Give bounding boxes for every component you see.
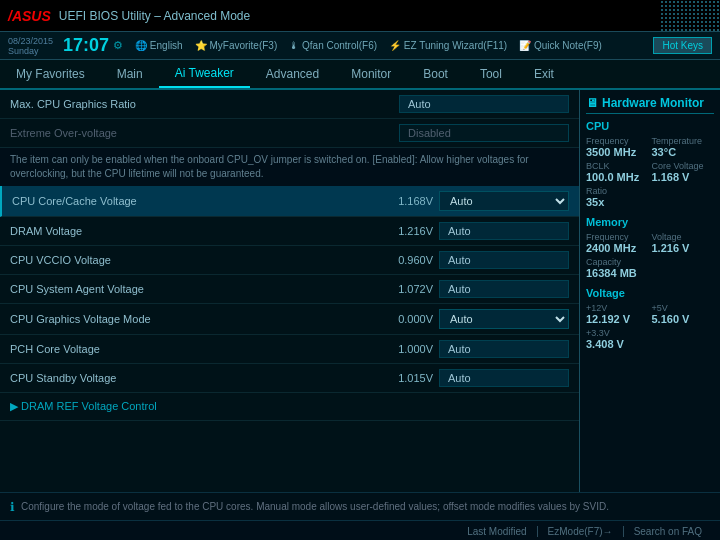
hw-memory-title: Memory: [586, 216, 714, 228]
label-cpu-system-agent-voltage: CPU System Agent Voltage: [10, 283, 378, 295]
row-dram-voltage: DRAM Voltage 1.216V Auto: [0, 217, 579, 246]
time-bar-items: 🌐 English ⭐ MyFavorite(F3) 🌡 Qfan Contro…: [135, 40, 653, 51]
row-cpu-standby-voltage: CPU Standby Voltage 1.015V Auto: [0, 364, 579, 393]
timebar-eztuning[interactable]: ⚡ EZ Tuning Wizard(F11): [389, 40, 507, 51]
status-search-faq[interactable]: Search on FAQ: [624, 526, 712, 537]
display-dram-voltage: Auto: [439, 222, 569, 240]
hw-cpu-ratio-value: 35x: [586, 196, 714, 208]
hw-cpu-bclk: BCLK 100.0 MHz: [586, 161, 649, 183]
hw-memory-grid: Frequency 2400 MHz Voltage 1.216 V: [586, 232, 714, 254]
row-dram-ref-voltage-control[interactable]: ▶ DRAM REF Voltage Control: [0, 393, 579, 421]
hw-panel-title-text: Hardware Monitor: [602, 96, 704, 110]
time-gear-icon[interactable]: ⚙: [113, 39, 123, 52]
hw-cpu-title: CPU: [586, 120, 714, 132]
hw-cpu-ratio: Ratio 35x: [586, 186, 714, 208]
hw-volt-5v-label: +5V: [652, 303, 715, 313]
hw-mem-freq-value: 2400 MHz: [586, 242, 649, 254]
hotkeys-button[interactable]: Hot Keys: [653, 37, 712, 54]
display-cpu-system-agent-voltage: Auto: [439, 280, 569, 298]
label-max-cpu-graphics-ratio: Max. CPU Graphics Ratio: [10, 98, 399, 110]
tab-exit[interactable]: Exit: [518, 60, 570, 88]
hw-cpu-grid: Frequency 3500 MHz Temperature 33°C BCLK…: [586, 136, 714, 183]
val-cpu-vccio-voltage: 0.960V: [378, 254, 433, 266]
hw-mem-volt-value: 1.216 V: [652, 242, 715, 254]
tab-boot[interactable]: Boot: [407, 60, 464, 88]
value-max-cpu-graphics-ratio: Auto: [399, 95, 569, 113]
val-cpu-standby-voltage: 1.015V: [378, 372, 433, 384]
hw-cpu-bclk-value: 100.0 MHz: [586, 171, 649, 183]
hw-cpu-corevolt-label: Core Voltage: [652, 161, 715, 171]
hw-cpu-ratio-label: Ratio: [586, 186, 714, 196]
hw-volt-5v: +5V 5.160 V: [652, 303, 715, 325]
row-cpu-system-agent-voltage: CPU System Agent Voltage 1.072V Auto: [0, 275, 579, 304]
time-display: 17:07: [63, 35, 109, 56]
row-cpu-core-cache-voltage[interactable]: CPU Core/Cache Voltage 1.168V Auto Manua…: [0, 186, 579, 217]
hw-volt-12v-label: +12V: [586, 303, 649, 313]
tab-tool[interactable]: Tool: [464, 60, 518, 88]
dot-pattern: [660, 0, 720, 32]
tab-monitor[interactable]: Monitor: [335, 60, 407, 88]
display-cpu-standby-voltage: Auto: [439, 369, 569, 387]
hw-voltage-grid: +12V 12.192 V +5V 5.160 V: [586, 303, 714, 325]
hw-cpu-temp-value: 33°C: [652, 146, 715, 158]
hw-mem-cap-value: 16384 MB: [586, 267, 714, 279]
timebar-english[interactable]: 🌐 English: [135, 40, 183, 51]
tab-my-favorites[interactable]: My Favorites: [0, 60, 101, 88]
hw-voltage-section: Voltage +12V 12.192 V +5V 5.160 V +3.3V …: [586, 287, 714, 350]
row-max-cpu-graphics-ratio: Max. CPU Graphics Ratio Auto: [0, 90, 579, 119]
hw-mem-voltage: Voltage 1.216 V: [652, 232, 715, 254]
status-ezmode[interactable]: EzMode(F7)→: [538, 526, 624, 537]
bios-title: UEFI BIOS Utility – Advanced Mode: [59, 9, 250, 23]
info-text: The item can only be enabled when the on…: [0, 148, 579, 186]
bottom-info-bar: ℹ Configure the mode of voltage fed to t…: [0, 492, 720, 520]
tab-main[interactable]: Main: [101, 60, 159, 88]
val-cpu-core-cache-voltage: 1.168V: [378, 195, 433, 207]
info-text-content: The item can only be enabled when the on…: [10, 154, 529, 179]
right-panel: 🖥 Hardware Monitor CPU Frequency 3500 MH…: [580, 90, 720, 492]
day-label: Sunday: [8, 46, 53, 56]
timebar-qfan[interactable]: 🌡 Qfan Control(F6): [289, 40, 377, 51]
row-pch-core-voltage: PCH Core Voltage 1.000V Auto: [0, 335, 579, 364]
status-last-modified[interactable]: Last Modified: [457, 526, 537, 537]
hw-volt-5v-value: 5.160 V: [652, 313, 715, 325]
label-dram-ref-voltage-control: ▶ DRAM REF Voltage Control: [10, 400, 569, 413]
date-label: 08/23/2015: [8, 36, 53, 46]
hw-volt-33v-value: 3.408 V: [586, 338, 714, 350]
val-pch-core-voltage: 1.000V: [378, 343, 433, 355]
select-cpu-graphics-voltage-mode[interactable]: Auto Manual Offset: [439, 309, 569, 329]
asus-logo: /ASUS: [8, 8, 51, 24]
timebar-myfavorite[interactable]: ⭐ MyFavorite(F3): [195, 40, 278, 51]
monitor-icon: 🖥: [586, 96, 598, 110]
display-pch-core-voltage: Auto: [439, 340, 569, 358]
tab-advanced[interactable]: Advanced: [250, 60, 335, 88]
hw-mem-frequency: Frequency 2400 MHz: [586, 232, 649, 254]
hw-cpu-freq-value: 3500 MHz: [586, 146, 649, 158]
hw-volt-33v: +3.3V 3.408 V: [586, 328, 714, 350]
bottom-info-text: Configure the mode of voltage fed to the…: [21, 501, 609, 512]
select-cpu-core-cache-voltage[interactable]: Auto Manual Offset: [439, 191, 569, 211]
bottom-status-bar: Last Modified EzMode(F7)→ Search on FAQ: [0, 520, 720, 540]
row-cpu-vccio-voltage: CPU VCCIO Voltage 0.960V Auto: [0, 246, 579, 275]
label-cpu-graphics-voltage-mode: CPU Graphics Voltage Mode: [10, 313, 378, 325]
hw-cpu-bclk-label: BCLK: [586, 161, 649, 171]
hw-volt-12v-value: 12.192 V: [586, 313, 649, 325]
main-content: Max. CPU Graphics Ratio Auto Extreme Ove…: [0, 90, 720, 492]
row-cpu-graphics-voltage-mode[interactable]: CPU Graphics Voltage Mode 0.000V Auto Ma…: [0, 304, 579, 335]
left-panel: Max. CPU Graphics Ratio Auto Extreme Ove…: [0, 90, 580, 492]
hw-cpu-section: CPU Frequency 3500 MHz Temperature 33°C …: [586, 120, 714, 208]
label-dram-voltage: DRAM Voltage: [10, 225, 378, 237]
value-extreme-overvoltage: Disabled: [399, 124, 569, 142]
hw-cpu-temperature: Temperature 33°C: [652, 136, 715, 158]
label-pch-core-voltage: PCH Core Voltage: [10, 343, 378, 355]
label-cpu-standby-voltage: CPU Standby Voltage: [10, 372, 378, 384]
timebar-quicknote[interactable]: 📝 Quick Note(F9): [519, 40, 602, 51]
hw-voltage-title: Voltage: [586, 287, 714, 299]
top-bar: /ASUS UEFI BIOS Utility – Advanced Mode: [0, 0, 720, 32]
hw-cpu-freq-label: Frequency: [586, 136, 649, 146]
row-extreme-overvoltage: Extreme Over-voltage Disabled: [0, 119, 579, 148]
tab-ai-tweaker[interactable]: Ai Tweaker: [159, 60, 250, 88]
info-icon: ℹ: [10, 500, 15, 514]
hw-mem-capacity: Capacity 16384 MB: [586, 257, 714, 279]
label-cpu-vccio-voltage: CPU VCCIO Voltage: [10, 254, 378, 266]
date-time: 08/23/2015 Sunday: [8, 36, 53, 56]
